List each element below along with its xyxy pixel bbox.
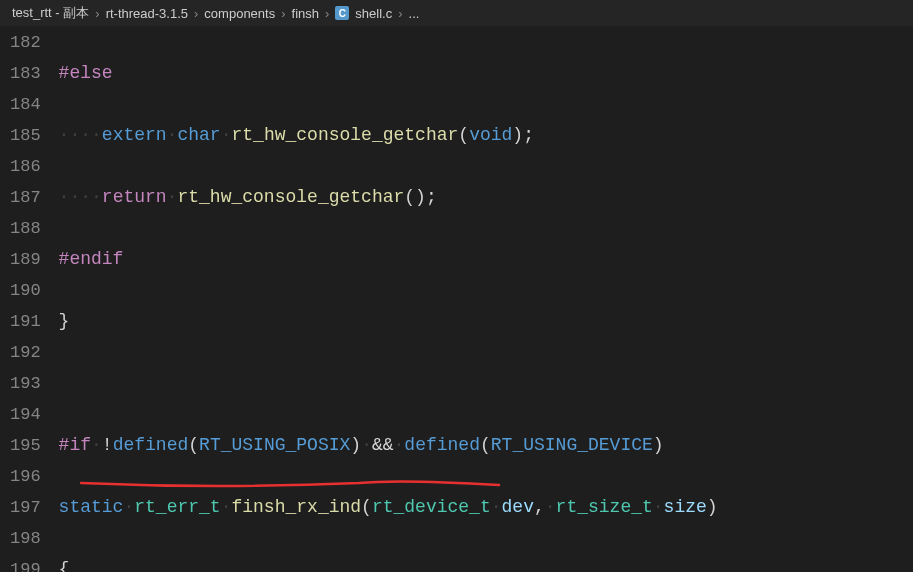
line-number: 186 [10,151,41,182]
line-number: 190 [10,275,41,306]
code-line[interactable]: ····extern·char·rt_hw_console_getchar(vo… [59,120,913,151]
code-line[interactable]: } [59,306,913,337]
code-content[interactable]: #else ····extern·char·rt_hw_console_getc… [59,27,913,572]
type: rt_err_t [134,497,220,517]
line-number: 197 [10,492,41,523]
line-number: 196 [10,461,41,492]
macro: RT_USING_DEVICE [491,435,653,455]
line-number: 182 [10,27,41,58]
parameter: size [664,497,707,517]
parameter: dev [502,497,534,517]
breadcrumb-part[interactable]: rt-thread-3.1.5 [106,6,188,21]
line-number: 199 [10,554,41,572]
chevron-right-icon: › [194,6,198,21]
chevron-right-icon: › [325,6,329,21]
line-number: 194 [10,399,41,430]
function-name: rt_hw_console_getchar [177,187,404,207]
line-number: 184 [10,89,41,120]
preprocessor: #else [59,63,113,83]
line-number: 188 [10,213,41,244]
code-line[interactable]: #endif [59,244,913,275]
macro: RT_USING_POSIX [199,435,350,455]
keyword: return [102,187,167,207]
operator: ! [102,435,113,455]
line-number: 189 [10,244,41,275]
chevron-right-icon: › [95,6,99,21]
breadcrumb-part[interactable]: shell.c [355,6,392,21]
line-number: 198 [10,523,41,554]
keyword: char [177,125,220,145]
function-name: rt_hw_console_getchar [231,125,458,145]
keyword: void [469,125,512,145]
line-number: 192 [10,337,41,368]
brace: } [59,311,70,331]
line-number: 187 [10,182,41,213]
chevron-right-icon: › [281,6,285,21]
brace: { [59,559,70,572]
chevron-right-icon: › [398,6,402,21]
line-number: 191 [10,306,41,337]
line-number: 185 [10,120,41,151]
code-line[interactable]: #else [59,58,913,89]
keyword: defined [404,435,480,455]
line-number-gutter: 182 183 184 185 186 187 188 189 190 191 … [0,27,59,572]
code-editor[interactable]: 182 183 184 185 186 187 188 189 190 191 … [0,27,913,572]
breadcrumb-part[interactable]: test_rtt - 副本 [12,4,89,22]
c-file-icon: C [335,6,349,20]
keyword: defined [113,435,189,455]
line-number: 195 [10,430,41,461]
preprocessor: #if [59,435,91,455]
breadcrumb-part[interactable]: finsh [292,6,319,21]
type: rt_size_t [556,497,653,517]
code-line[interactable]: ····return·rt_hw_console_getchar(); [59,182,913,213]
breadcrumb[interactable]: test_rtt - 副本 › rt-thread-3.1.5 › compon… [0,0,913,27]
code-line[interactable] [59,368,913,399]
preprocessor: #endif [59,249,124,269]
breadcrumb-part[interactable]: components [204,6,275,21]
line-number: 193 [10,368,41,399]
function-name: finsh_rx_ind [231,497,361,517]
line-number: 183 [10,58,41,89]
keyword: static [59,497,124,517]
code-line[interactable]: #if·!defined(RT_USING_POSIX)·&&·defined(… [59,430,913,461]
type: rt_device_t [372,497,491,517]
keyword: extern [102,125,167,145]
breadcrumb-part[interactable]: ... [409,6,420,21]
operator: && [372,435,394,455]
code-line[interactable]: static·rt_err_t·finsh_rx_ind(rt_device_t… [59,492,913,523]
code-line[interactable]: { [59,554,913,572]
